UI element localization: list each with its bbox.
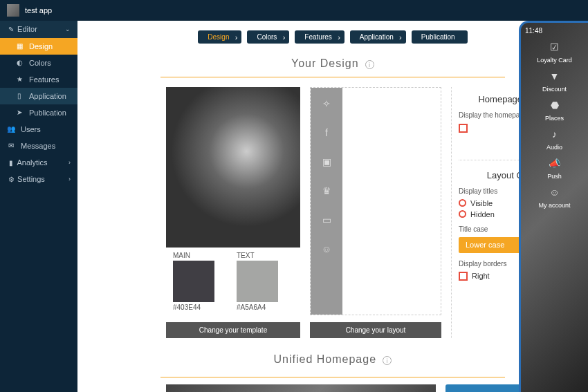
app-title: test app <box>25 6 52 15</box>
sidebar-item-design[interactable]: ▦Design <box>0 38 77 55</box>
chevron-right-icon: › <box>68 176 71 183</box>
step-colors[interactable]: Colors <box>247 30 289 44</box>
phone-preview: 11:48 ☑Loyalty Card ▼Discount ⬣Places ♪A… <box>519 21 588 392</box>
step-features[interactable]: Features <box>295 30 344 44</box>
sidebar-item-settings[interactable]: ⚙ Settings › <box>0 171 77 188</box>
sidebar-item-application[interactable]: ▯Application <box>0 88 77 104</box>
swatch-main-code: #403E44 <box>173 304 230 311</box>
section-title-design: Your Design i <box>77 53 588 74</box>
push-icon: 📣 <box>548 156 562 170</box>
radio-hidden[interactable] <box>459 210 466 218</box>
user-icon: ☺ <box>320 243 333 255</box>
sidebar-item-users[interactable]: 👥Users <box>0 121 77 138</box>
chat-icon: ▭ <box>320 214 333 226</box>
sidebar-item-editor[interactable]: ✎ Editor ⌄ <box>0 21 77 38</box>
radio-visible[interactable] <box>459 199 466 207</box>
sidebar-item-messages[interactable]: ✉Messages <box>0 138 77 154</box>
info-icon[interactable]: i <box>383 356 392 365</box>
step-application[interactable]: Application <box>350 30 406 44</box>
layout-icon: ▦ <box>15 42 24 50</box>
audio-icon: ♪ <box>548 127 562 141</box>
chevron-right-icon: › <box>68 159 71 166</box>
mail-icon: ✉ <box>7 142 15 150</box>
sidebar-item-publication[interactable]: ➤Publication <box>0 104 77 121</box>
swatch-main-label: MAIN <box>173 252 230 259</box>
bookmark-icon: ▼ <box>548 69 562 83</box>
divider <box>160 377 505 377</box>
chevron-down-icon: ⌄ <box>65 26 71 32</box>
border-right-checkbox[interactable] <box>459 272 468 281</box>
step-design[interactable]: Design <box>198 30 241 44</box>
step-publication[interactable]: Publication <box>412 30 468 44</box>
swatch-text-label: TEXT <box>237 252 293 259</box>
unified-preview <box>166 384 436 392</box>
wand-icon: ✧ <box>320 97 333 110</box>
divider <box>160 77 505 77</box>
phone-icon: ▯ <box>15 92 24 100</box>
gear-icon: ⚙ <box>7 176 15 184</box>
account-icon: ☺ <box>548 185 562 199</box>
phone-time: 11:48 <box>525 27 584 35</box>
medal-icon: ♛ <box>320 185 333 197</box>
pencil-icon: ✎ <box>7 26 15 34</box>
loyalty-icon: ☑ <box>548 40 562 54</box>
sidebar-item-features[interactable]: ★Features <box>0 71 77 88</box>
section-title-unified: Unified Homepage i <box>77 349 588 370</box>
template-column: MAIN #403E44 TEXT #A5A6A4 Change your te… <box>166 87 300 338</box>
swatch-text-code: #A5A6A4 <box>237 304 293 311</box>
display-slider-checkbox[interactable] <box>459 124 468 133</box>
sidebar-item-colors[interactable]: ◐Colors <box>0 55 77 71</box>
users-icon: 👥 <box>7 125 15 133</box>
chart-icon: ▮ <box>7 158 15 167</box>
app-icon <box>7 4 19 17</box>
layout-preview: ✧ f ▣ ♛ ▭ ☺ <box>310 87 441 315</box>
layout-column: ✧ f ▣ ♛ ▭ ☺ Change your layout <box>310 87 441 338</box>
facebook-icon: f <box>320 127 333 139</box>
steps: Design Colors Features Application Publi… <box>77 21 588 53</box>
swatch-main[interactable] <box>173 261 214 302</box>
pin-icon: ⬣ <box>548 98 562 112</box>
content: Design Colors Features Application Publi… <box>77 21 588 392</box>
star-icon: ★ <box>15 75 24 84</box>
sidebar: ✎ Editor ⌄ ▦Design ◐Colors ★Features ▯Ap… <box>0 21 77 392</box>
image-icon: ▣ <box>320 156 333 168</box>
info-icon[interactable]: i <box>365 60 374 69</box>
topbar: test app <box>0 0 588 21</box>
change-layout-button[interactable]: Change your layout <box>310 322 441 338</box>
palette-icon: ◐ <box>15 59 24 67</box>
template-preview <box>166 87 300 248</box>
swatch-text[interactable] <box>237 261 278 302</box>
sidebar-item-analytics[interactable]: ▮ Analytics › <box>0 154 77 171</box>
send-icon: ➤ <box>15 109 24 117</box>
change-template-button[interactable]: Change your template <box>166 322 300 338</box>
